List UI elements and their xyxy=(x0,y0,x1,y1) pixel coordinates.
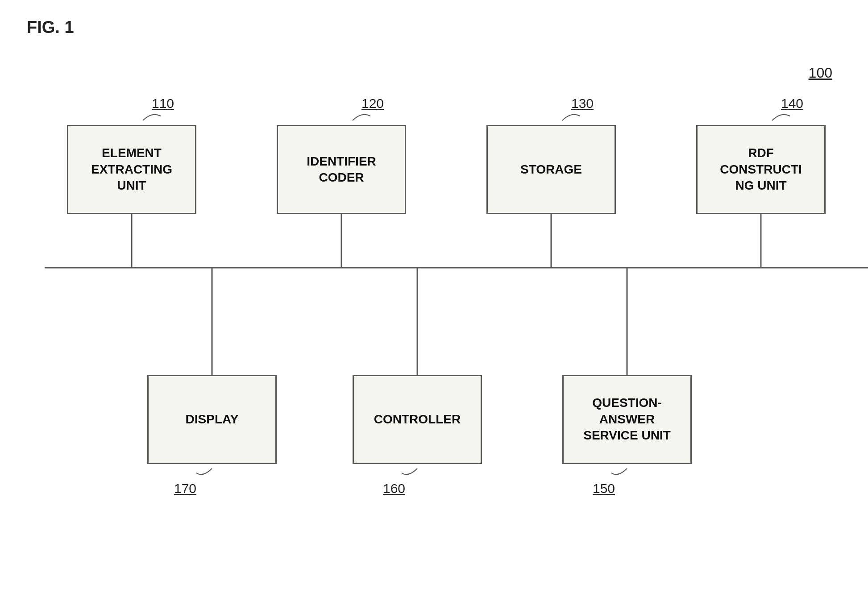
diagram-connectors xyxy=(0,0,868,601)
question-answer-service-unit-box: QUESTION- ANSWER SERVICE UNIT xyxy=(562,375,692,464)
ref-130-label: 130 xyxy=(571,96,594,111)
controller-label: CONTROLLER xyxy=(374,411,461,427)
ref-140-label: 140 xyxy=(781,96,803,111)
identifier-coder-label: IDENTIFIER CODER xyxy=(307,153,376,186)
ref-100-label: 100 xyxy=(809,65,832,81)
question-answer-label: QUESTION- ANSWER SERVICE UNIT xyxy=(583,395,671,443)
ref-160-label: 160 xyxy=(383,481,405,496)
figure-label: FIG. 1 xyxy=(27,18,74,37)
ref-170-label: 170 xyxy=(174,481,196,496)
storage-box: STORAGE xyxy=(486,125,616,214)
ref-120-label: 120 xyxy=(361,96,384,111)
identifier-coder-box: IDENTIFIER CODER xyxy=(277,125,406,214)
controller-box: CONTROLLER xyxy=(353,375,482,464)
display-box: DISPLAY xyxy=(147,375,277,464)
ref-150-label: 150 xyxy=(593,481,615,496)
ref-110-label: 110 xyxy=(152,96,174,111)
rdf-constructing-unit-box: RDF CONSTRUCTI NG UNIT xyxy=(696,125,826,214)
rdf-constructing-label: RDF CONSTRUCTI NG UNIT xyxy=(720,145,802,194)
display-label: DISPLAY xyxy=(186,411,239,427)
storage-label: STORAGE xyxy=(520,162,582,178)
element-extracting-unit-box: ELEMENT EXTRACTING UNIT xyxy=(67,125,196,214)
element-extracting-label: ELEMENT EXTRACTING UNIT xyxy=(91,145,172,194)
